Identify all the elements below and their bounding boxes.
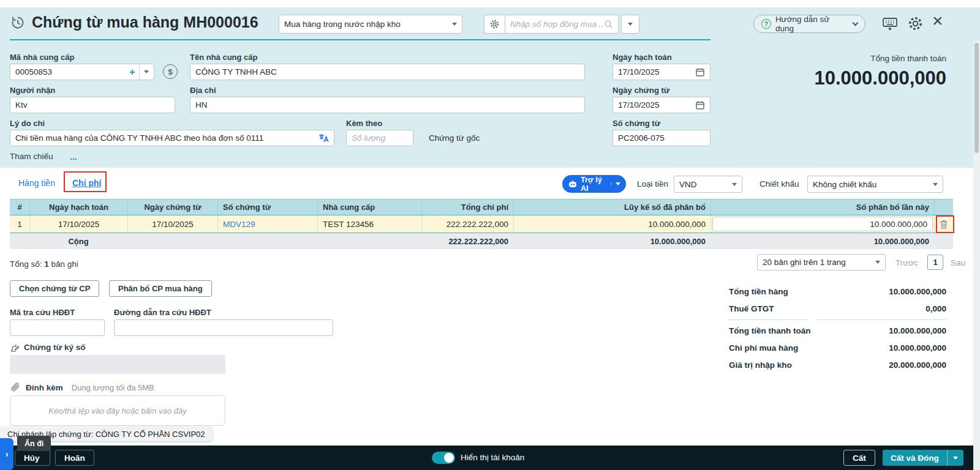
prev-page-button[interactable]: Trước bbox=[895, 258, 918, 267]
chevron-down-icon bbox=[933, 183, 938, 186]
attached-qty-input[interactable] bbox=[352, 133, 408, 143]
page-size-value: 20 bản ghi trên 1 trang bbox=[763, 258, 846, 267]
attachment-header: Đính kèm Dung lượng tối đa 5MB bbox=[10, 382, 154, 393]
row-actions bbox=[934, 215, 953, 233]
attached-qty-field[interactable] bbox=[346, 130, 413, 146]
receiver-input[interactable] bbox=[15, 100, 170, 110]
row-index: 1 bbox=[10, 215, 29, 233]
row-allocated[interactable]: 10.000.000,000 bbox=[513, 215, 710, 233]
invoice-code-input[interactable] bbox=[15, 323, 99, 332]
reason-input[interactable] bbox=[15, 133, 315, 143]
save-button[interactable]: Cất bbox=[843, 450, 875, 466]
digital-sign-box bbox=[10, 355, 225, 374]
ai-assistant-button[interactable]: Trợ lý AI bbox=[562, 175, 626, 193]
add-supplier-icon[interactable]: + bbox=[129, 66, 135, 78]
address-field[interactable] bbox=[190, 97, 585, 113]
col-header-supplier[interactable]: Nhà cung cấp bbox=[317, 200, 421, 215]
row-doc-date[interactable]: 17/10/2025 bbox=[127, 215, 217, 233]
supplier-name-input[interactable] bbox=[195, 67, 579, 76]
contract-search-input[interactable] bbox=[510, 20, 604, 29]
save-and-close-button[interactable]: Cất và Đóng bbox=[883, 450, 963, 466]
chevron-down-icon bbox=[732, 183, 737, 186]
close-icon[interactable]: × bbox=[932, 10, 943, 31]
expand-panel-tab[interactable]: › bbox=[0, 438, 13, 470]
summary-row-goods-total: Tổng tiền hàng10.000.000,000 bbox=[729, 283, 946, 300]
gear-icon[interactable] bbox=[484, 15, 505, 34]
calendar-icon[interactable] bbox=[695, 100, 705, 110]
summary-row-vat: Thuế GTGT0,000 bbox=[729, 300, 946, 317]
show-accounts-toggle[interactable] bbox=[432, 452, 455, 464]
invoice-url-field[interactable] bbox=[114, 319, 333, 336]
invoice-url-input[interactable] bbox=[119, 323, 328, 332]
next-page-button[interactable]: Sau bbox=[951, 258, 965, 267]
address-input[interactable] bbox=[195, 100, 579, 110]
receiver-field[interactable] bbox=[10, 97, 175, 113]
help-button[interactable]: ? Hướng dẫn sử dụng bbox=[753, 15, 865, 33]
summary-row-purchase-cost: Chi phí mua hàng10.000.000,000 bbox=[729, 339, 946, 356]
keyboard-icon[interactable] bbox=[882, 17, 898, 31]
history-icon[interactable] bbox=[10, 15, 26, 31]
ai-dropdown[interactable] bbox=[611, 182, 620, 185]
invoice-code-field[interactable] bbox=[10, 319, 105, 336]
receiver-label: Người nhận bbox=[10, 86, 55, 95]
row-total-cost[interactable]: 222.222.222,000 bbox=[421, 215, 513, 233]
col-header-total-cost[interactable]: Tổng chi phí bbox=[421, 200, 513, 215]
currency-info-icon[interactable]: $ bbox=[163, 64, 178, 79]
trash-icon[interactable] bbox=[939, 219, 949, 229]
supplier-name-field[interactable] bbox=[190, 64, 585, 80]
col-header-index[interactable]: # bbox=[10, 200, 29, 215]
currency-label: Loại tiền bbox=[637, 179, 668, 188]
doc-date-input[interactable] bbox=[618, 100, 695, 110]
reason-field[interactable] bbox=[10, 130, 334, 146]
supplier-code-field[interactable]: + bbox=[10, 64, 154, 80]
discount-select[interactable]: Không chiết khấu bbox=[807, 176, 943, 193]
posting-date-field[interactable] bbox=[612, 64, 710, 80]
currency-select[interactable]: VND bbox=[674, 176, 742, 193]
address-label: Địa chỉ bbox=[190, 86, 216, 95]
supplier-dropdown-button[interactable] bbox=[139, 64, 149, 80]
supplier-code-input[interactable] bbox=[15, 67, 126, 76]
scrollbar-thumb[interactable] bbox=[974, 43, 979, 153]
col-header-allocated[interactable]: Lũy kế số đã phân bổ bbox=[513, 200, 710, 215]
posting-date-input[interactable] bbox=[618, 67, 695, 76]
translate-icon[interactable] bbox=[318, 133, 329, 143]
reference-more-link[interactable]: ... bbox=[70, 152, 77, 162]
row-supplier[interactable]: TEST 123456 bbox=[317, 215, 421, 233]
attached-label: Kèm theo bbox=[346, 119, 382, 128]
row-posting-date[interactable]: 17/10/2025 bbox=[29, 215, 127, 233]
contract-search-group bbox=[484, 15, 639, 34]
doc-no-field[interactable] bbox=[612, 130, 710, 146]
col-header-posting-date[interactable]: Ngày hạch toán bbox=[29, 200, 127, 215]
save-options-dropdown[interactable] bbox=[947, 450, 963, 466]
col-header-doc-date[interactable]: Ngày chứng từ bbox=[127, 200, 217, 215]
contract-search-field[interactable] bbox=[505, 15, 619, 34]
doc-date-field[interactable] bbox=[612, 97, 710, 113]
tab-chi-phi[interactable]: Chi phí bbox=[72, 178, 101, 188]
settings-icon[interactable] bbox=[907, 15, 924, 32]
current-page-box[interactable]: 1 bbox=[927, 255, 943, 270]
postpone-button[interactable]: Hoãn bbox=[55, 450, 94, 466]
col-header-doc-no[interactable]: Số chứng từ bbox=[217, 200, 317, 215]
doc-type-select[interactable]: Mua hàng trong nước nhập kho bbox=[279, 15, 462, 34]
doc-no-input[interactable] bbox=[618, 133, 705, 143]
table-row[interactable]: 1 17/10/2025 17/10/2025 MDV129 TEST 1234… bbox=[10, 215, 953, 233]
page-size-select[interactable]: 20 bản ghi trên 1 trang bbox=[757, 254, 886, 270]
footer-sum-label: Cộng bbox=[29, 233, 127, 249]
this-allocation-editor[interactable]: 10.000.000,000 bbox=[712, 217, 933, 231]
digital-sign-header: Chứng từ ký số bbox=[10, 343, 86, 352]
supplier-name-label: Tên nhà cung cấp bbox=[190, 53, 258, 62]
allocate-cost-button[interactable]: Phân bổ CP mua hàng bbox=[109, 280, 212, 297]
invoice-url-label: Đường dẫn tra cứu HĐĐT bbox=[114, 308, 211, 317]
tab-hang-tien[interactable]: Hàng tiền bbox=[18, 178, 55, 188]
cancel-button[interactable]: Hủy bbox=[15, 450, 50, 466]
contract-dropdown-button[interactable] bbox=[621, 15, 639, 34]
paperclip-icon bbox=[10, 382, 21, 393]
file-dropzone[interactable]: Kéo/thả tệp vào đây hoặc bấm vào đây bbox=[10, 395, 225, 426]
doc-no-label: Số chứng từ bbox=[612, 119, 660, 128]
calendar-icon[interactable] bbox=[695, 67, 705, 77]
select-cost-doc-button[interactable]: Chọn chứng từ CP bbox=[10, 280, 99, 297]
scrollbar-track[interactable] bbox=[973, 40, 980, 470]
col-header-this-allocation[interactable]: Số phân bổ lần này bbox=[710, 200, 934, 215]
attachment-label: Đính kèm bbox=[26, 383, 63, 392]
row-doc-no-link[interactable]: MDV129 bbox=[217, 215, 317, 233]
